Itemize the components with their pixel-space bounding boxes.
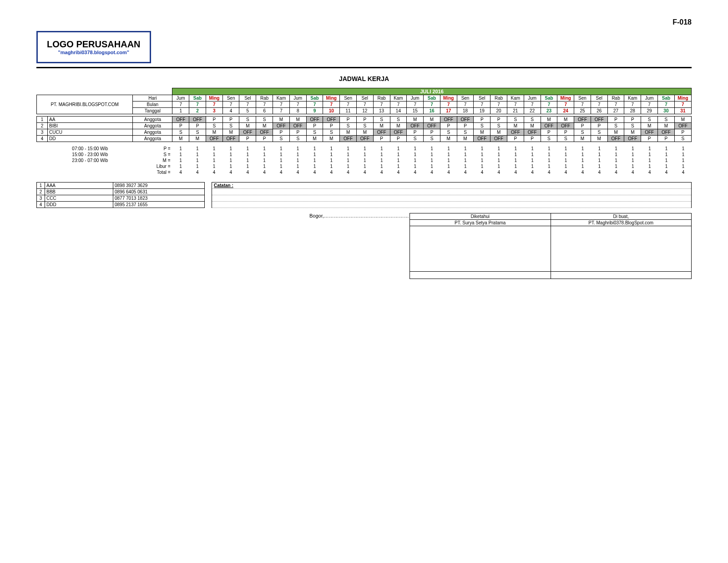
tanggal-row: Tanggal 12345678910111213141516171819202… bbox=[37, 108, 692, 114]
shift-cell: P bbox=[289, 129, 306, 136]
summary-val: 1 bbox=[172, 163, 189, 169]
day-cell: Rab bbox=[373, 95, 390, 101]
day-cell: Rab bbox=[607, 95, 624, 101]
day-cell: 7 bbox=[641, 101, 658, 108]
shift-cell: M bbox=[557, 117, 574, 123]
summary-table: 07:00 - 15:00 WibP =11111111111111111111… bbox=[36, 146, 692, 175]
shift-time: 07:00 - 15:00 Wib bbox=[47, 146, 132, 152]
summary-val: 1 bbox=[239, 157, 256, 163]
summary-val: 4 bbox=[524, 169, 541, 175]
contact-phone: 0898 3927 3629 bbox=[113, 183, 205, 189]
contact-name: CCC bbox=[45, 195, 113, 202]
summary-val: 1 bbox=[373, 146, 390, 152]
summary-code: Libur = bbox=[133, 163, 172, 169]
emp-name: AA bbox=[48, 117, 133, 123]
shift-cell: OFF bbox=[557, 123, 574, 129]
day-cell: 7 bbox=[507, 101, 524, 108]
shift-cell: P bbox=[490, 117, 507, 123]
day-cell: 3 bbox=[206, 108, 222, 114]
summary-val: 1 bbox=[356, 163, 373, 169]
summary-val: 1 bbox=[541, 152, 557, 157]
summary-val: 1 bbox=[490, 157, 507, 163]
summary-val: 4 bbox=[675, 169, 692, 175]
shift-cell: P bbox=[239, 136, 256, 142]
summary-val: 4 bbox=[407, 169, 424, 175]
shift-cell: P bbox=[306, 123, 323, 129]
summary-val: 1 bbox=[457, 157, 474, 163]
day-cell: 7 bbox=[557, 101, 574, 108]
day-cell: Sen bbox=[457, 95, 474, 101]
summary-val: 4 bbox=[474, 169, 490, 175]
contact-idx: 1 bbox=[37, 183, 45, 189]
contacts-table: 1 AAA 0898 3927 3629 2 BBB 0896 6405 063… bbox=[36, 182, 205, 208]
shift-cell: OFF bbox=[474, 136, 490, 142]
shift-cell: M bbox=[541, 117, 557, 123]
day-cell: 2 bbox=[189, 108, 206, 114]
shift-cell: M bbox=[390, 123, 407, 129]
shift-cell: P bbox=[474, 117, 490, 123]
shift-cell: M bbox=[373, 123, 390, 129]
day-cell: 7 bbox=[340, 101, 357, 108]
day-cell: 7 bbox=[490, 101, 507, 108]
shift-cell: P bbox=[373, 136, 390, 142]
summary-val: 1 bbox=[206, 157, 222, 163]
place-date: Bogor,…………………………………………… bbox=[309, 213, 410, 279]
summary-val: 1 bbox=[306, 157, 323, 163]
logo-subtitle: "maghribi0378.blogspot.com" bbox=[47, 50, 141, 55]
contact-row: 3 CCC 0877 7013 1823 bbox=[37, 195, 205, 202]
summary-val: 1 bbox=[256, 157, 273, 163]
shift-cell: S bbox=[624, 123, 641, 129]
summary-val: 1 bbox=[256, 163, 273, 169]
contact-idx: 4 bbox=[37, 202, 45, 208]
day-cell: 6 bbox=[256, 108, 273, 114]
day-cell: 7 bbox=[273, 101, 290, 108]
summary-val: 1 bbox=[206, 152, 222, 157]
shift-cell: OFF bbox=[390, 129, 407, 136]
summary-val: 1 bbox=[675, 152, 692, 157]
summary-val: 1 bbox=[390, 157, 407, 163]
shift-cell: M bbox=[674, 117, 691, 123]
employee-row: 4DDAnggotaMMOFFOFFPPSSMMOFFOFFPPSSMMOFFO… bbox=[37, 136, 692, 142]
day-cell: 7 bbox=[323, 101, 340, 108]
summary-val: 1 bbox=[407, 163, 424, 169]
month-header: JULI 2016 bbox=[172, 88, 692, 95]
shift-cell: OFF bbox=[407, 123, 424, 129]
sign-right-name: PT. Maghribi0378.BlogSpot.com bbox=[551, 220, 692, 226]
day-cell: 21 bbox=[507, 108, 524, 114]
summary-val: 1 bbox=[206, 163, 222, 169]
summary-val: 4 bbox=[256, 169, 273, 175]
hari-row: PT. MAGHRIBI.BLOGSPOT.COM Hari JumSabMin… bbox=[37, 95, 692, 101]
summary-val: 1 bbox=[289, 157, 306, 163]
day-cell: 7 bbox=[541, 101, 557, 108]
shift-cell: S bbox=[306, 129, 323, 136]
summary-row: 07:00 - 15:00 WibP =11111111111111111111… bbox=[36, 146, 692, 152]
summary-val: 1 bbox=[440, 152, 457, 157]
summary-val: 1 bbox=[457, 146, 474, 152]
day-cell: 7 bbox=[674, 101, 691, 108]
day-cell: Sel bbox=[591, 95, 607, 101]
summary-val: 1 bbox=[373, 152, 390, 157]
shift-cell: OFF bbox=[206, 136, 222, 142]
shift-cell: P bbox=[222, 117, 239, 123]
summary-val: 1 bbox=[424, 157, 440, 163]
day-cell: 7 bbox=[457, 101, 474, 108]
summary-val: 1 bbox=[424, 146, 440, 152]
summary-val: 1 bbox=[624, 146, 641, 152]
summary-val: 1 bbox=[189, 163, 206, 169]
shift-cell: OFF bbox=[574, 117, 591, 123]
shift-cell: S bbox=[607, 123, 624, 129]
summary-val: 1 bbox=[557, 152, 574, 157]
summary-val: 1 bbox=[574, 146, 591, 152]
logo-title: LOGO PERUSAHAAN bbox=[47, 39, 141, 50]
sign-right-header: Di buat, bbox=[551, 213, 692, 220]
summary-val: 1 bbox=[591, 163, 608, 169]
summary-val: 1 bbox=[306, 152, 323, 157]
summary-val: 4 bbox=[490, 169, 507, 175]
shift-cell: P bbox=[658, 136, 675, 142]
catatan-line bbox=[212, 189, 692, 195]
day-cell: Ming bbox=[323, 95, 340, 101]
summary-val: 1 bbox=[424, 163, 440, 169]
day-cell: 7 bbox=[189, 101, 206, 108]
contact-row: 2 BBB 0896 6405 0631 bbox=[37, 189, 205, 195]
summary-val: 4 bbox=[507, 169, 524, 175]
